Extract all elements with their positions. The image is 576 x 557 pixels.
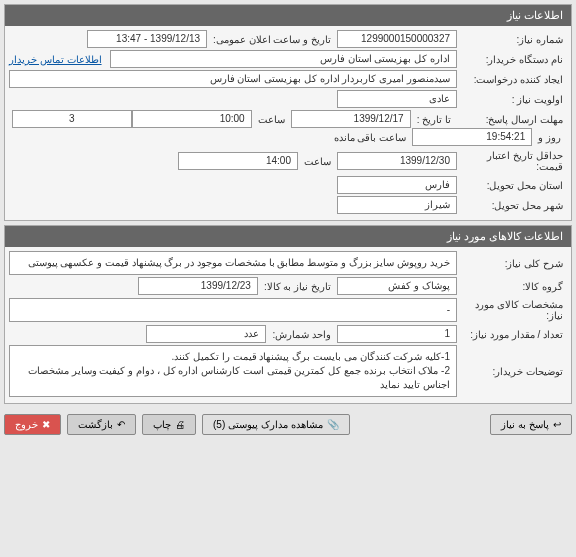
public-date-value: 1399/12/13 - 13:47 [87, 30, 207, 48]
min-valid-time-value: 14:00 [178, 152, 298, 170]
reply-icon: ↩ [553, 419, 561, 430]
row-notes: توضیحات خریدار: 1-کلیه شرکت کنندگان می ب… [9, 345, 567, 397]
group-label: گروه کالا: [457, 279, 567, 294]
priority-value: عادی [337, 90, 457, 108]
attachments-button-label: مشاهده مدارک پیوستی (5) [213, 419, 323, 430]
row-group: گروه کالا: پوشاک و کفش تاریخ نیاز به کال… [9, 277, 567, 295]
province-value: فارس [337, 176, 457, 194]
org-value: اداره کل بهزیستی استان فارس [110, 50, 457, 68]
hour-label-2: ساعت [298, 154, 337, 169]
goods-info-header: اطلاعات کالاهای مورد نیاز [5, 226, 571, 247]
row-org: نام دستگاه خریدار: اداره کل بهزیستی استا… [9, 50, 567, 68]
row-city: شهر محل تحویل: شیراز [9, 196, 567, 214]
summary-label: شرح کلی نیاز: [457, 256, 567, 271]
back-button[interactable]: ↶ بازگشت [67, 414, 136, 435]
goods-info-panel: اطلاعات کالاهای مورد نیاز شرح کلی نیاز: … [4, 225, 572, 404]
public-date-label: تاریخ و ساعت اعلان عمومی: [207, 32, 337, 47]
buyer-contact-link[interactable]: اطلاعات تماس خریدار [9, 54, 102, 65]
respond-button-label: پاسخ به نیاز [501, 419, 549, 430]
until-time-value: 10:00 [132, 110, 252, 128]
need-by-label: تاریخ نیاز به کالا: [258, 279, 337, 294]
remaining-label: ساعت باقی مانده [328, 130, 413, 145]
print-button-label: چاپ [153, 419, 171, 430]
row-deadline: مهلت ارسال پاسخ: تا تاریخ : 1399/12/17 س… [9, 110, 567, 146]
qty-label: تعداد / مقدار مورد نیاز: [457, 327, 567, 342]
qty-value: 1 [337, 325, 457, 343]
back-icon: ↶ [117, 419, 125, 430]
spec-value: - [9, 298, 457, 322]
need-info-header: اطلاعات نیاز [5, 5, 571, 26]
deadline-label: مهلت ارسال پاسخ: [457, 112, 567, 127]
row-spec: مشخصات کالای مورد نیاز: - [9, 297, 567, 323]
row-qty: تعداد / مقدار مورد نیاز: 1 واحد شمارش: ع… [9, 325, 567, 343]
unit-label: واحد شمارش: [266, 327, 337, 342]
days-value: 3 [12, 110, 132, 128]
exit-button[interactable]: ✖ خروج [4, 414, 61, 435]
spec-label: مشخصات کالای مورد نیاز: [457, 297, 567, 323]
exit-icon: ✖ [42, 419, 50, 430]
org-label: نام دستگاه خریدار: [457, 52, 567, 67]
min-valid-label: حداقل تاریخ اعتبار قیمت: [457, 148, 567, 174]
unit-value: عدد [146, 325, 266, 343]
remaining-time-value: 19:54:21 [412, 128, 532, 146]
row-need-number: شماره نیاز: 1299000150000327 تاریخ و ساع… [9, 30, 567, 48]
until-date-value: 1399/12/17 [291, 110, 411, 128]
priority-label: اولویت نیاز : [457, 92, 567, 107]
min-valid-date-value: 1399/12/30 [337, 152, 457, 170]
row-min-valid: حداقل تاریخ اعتبار قیمت: 1399/12/30 ساعت… [9, 148, 567, 174]
notes-value: 1-کلیه شرکت کنندگان می بایست برگ پیشنهاد… [9, 345, 457, 397]
notes-label: توضیحات خریدار: [457, 364, 567, 379]
city-value: شیراز [337, 196, 457, 214]
print-button[interactable]: 🖨 چاپ [142, 414, 196, 435]
days-label: روز و [532, 130, 567, 145]
need-info-body: شماره نیاز: 1299000150000327 تاریخ و ساع… [5, 26, 571, 220]
exit-button-label: خروج [15, 419, 38, 430]
group-value: پوشاک و کفش [337, 277, 457, 295]
summary-value: خرید روپوش سایز بزرگ و متوسط مطابق با مش… [9, 251, 457, 275]
creator-value: سیدمنصور امیری کاربردار اداره کل بهزیستی… [9, 70, 457, 88]
goods-info-body: شرح کلی نیاز: خرید روپوش سایز بزرگ و متو… [5, 247, 571, 403]
need-by-value: 1399/12/23 [138, 277, 258, 295]
need-number-value: 1299000150000327 [337, 30, 457, 48]
respond-button[interactable]: ↩ پاسخ به نیاز [490, 414, 572, 435]
print-icon: 🖨 [175, 419, 185, 430]
attachment-icon: 📎 [327, 419, 339, 430]
need-number-label: شماره نیاز: [457, 32, 567, 47]
row-summary: شرح کلی نیاز: خرید روپوش سایز بزرگ و متو… [9, 251, 567, 275]
need-info-panel: اطلاعات نیاز شماره نیاز: 129900015000032… [4, 4, 572, 221]
city-label: شهر محل تحویل: [457, 198, 567, 213]
province-label: استان محل تحویل: [457, 178, 567, 193]
button-bar: ↩ پاسخ به نیاز 📎 مشاهده مدارک پیوستی (5)… [0, 408, 576, 441]
row-province: استان محل تحویل: فارس [9, 176, 567, 194]
until-date-label: تا تاریخ : [411, 112, 457, 127]
row-creator: ایجاد کننده درخواست: سیدمنصور امیری کارب… [9, 70, 567, 88]
hour-label-1: ساعت [252, 112, 291, 127]
attachments-button[interactable]: 📎 مشاهده مدارک پیوستی (5) [202, 414, 350, 435]
creator-label: ایجاد کننده درخواست: [457, 72, 567, 87]
back-button-label: بازگشت [78, 419, 113, 430]
row-priority: اولویت نیاز : عادی [9, 90, 567, 108]
